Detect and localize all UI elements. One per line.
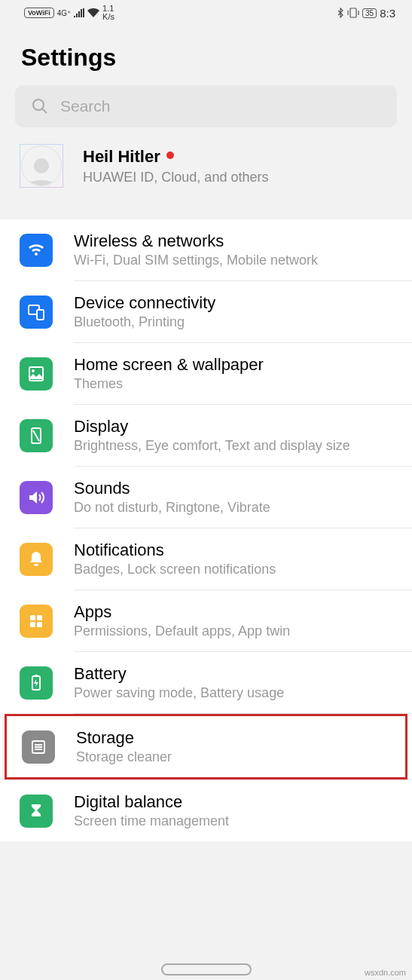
wifi-icon: [20, 234, 53, 267]
storage-icon: [22, 730, 55, 764]
nav-handle[interactable]: [161, 963, 252, 975]
page-header: Settings: [0, 26, 412, 85]
search-bar[interactable]: Search: [15, 85, 397, 127]
display-icon: [20, 419, 53, 452]
person-icon: [25, 155, 58, 185]
item-sub: Screen time management: [74, 813, 403, 829]
item-home-wallpaper[interactable]: Home screen & wallpaperThemes: [0, 343, 412, 404]
account-text: Heil Hitler HUAWEI ID, Cloud, and others: [83, 147, 268, 185]
item-digital-balance[interactable]: Digital balanceScreen time management: [0, 780, 412, 841]
item-title: Display: [74, 417, 403, 436]
search-icon: [32, 98, 48, 115]
svg-rect-10: [30, 615, 35, 620]
item-sub: Power saving mode, Battery usage: [74, 685, 403, 701]
svg-rect-13: [37, 622, 42, 627]
svg-line-2: [42, 109, 47, 113]
page-title: Settings: [21, 44, 391, 72]
item-title: Digital balance: [74, 792, 403, 812]
item-sub: Brightness, Eye comfort, Text and displa…: [74, 438, 403, 454]
item-sounds[interactable]: SoundsDo not disturb, Ringtone, Vibrate: [0, 467, 412, 528]
item-title: Sounds: [74, 479, 403, 498]
item-sub: Permissions, Default apps, App twin: [74, 623, 403, 639]
svg-point-7: [32, 369, 35, 372]
item-sub: Badges, Lock screen notifications: [74, 562, 403, 577]
vibrate-icon: [347, 8, 359, 18]
item-sub: Do not disturb, Ringtone, Vibrate: [74, 500, 403, 516]
svg-point-3: [34, 158, 49, 173]
item-wireless[interactable]: Wireless & networksWi-Fi, Dual SIM setti…: [0, 219, 412, 280]
account-row[interactable]: Heil Hitler HUAWEI ID, Cloud, and others: [0, 127, 412, 207]
wallpaper-icon: [20, 357, 53, 390]
status-right: 35 8:3: [337, 7, 395, 20]
item-sub: Storage cleaner: [76, 749, 396, 765]
svg-rect-5: [37, 310, 44, 320]
svg-line-9: [33, 430, 39, 441]
svg-rect-15: [35, 675, 38, 676]
bell-icon: [20, 543, 53, 576]
bluetooth-icon: [337, 8, 344, 18]
item-sub: Wi-Fi, Dual SIM settings, Mobile network: [74, 253, 403, 268]
status-left: VoWiFi 4G⁺ 1.1 K/s: [24, 5, 114, 21]
item-title: Device connectivity: [74, 293, 403, 313]
avatar: [20, 144, 63, 188]
vowifi-badge: VoWiFi: [24, 8, 54, 18]
svg-rect-11: [37, 615, 42, 620]
item-sub: Bluetooth, Printing: [74, 314, 403, 330]
item-battery[interactable]: BatteryPower saving mode, Battery usage: [0, 652, 412, 713]
item-display[interactable]: DisplayBrightness, Eye comfort, Text and…: [0, 405, 412, 466]
item-storage[interactable]: StorageStorage cleaner: [7, 716, 405, 777]
signal-icon: [74, 8, 84, 17]
item-title: Apps: [74, 602, 403, 622]
account-name: Heil Hitler: [83, 147, 160, 166]
item-title: Notifications: [74, 541, 403, 560]
item-title: Storage: [76, 728, 396, 748]
sound-icon: [20, 481, 53, 514]
item-apps[interactable]: AppsPermissions, Default apps, App twin: [0, 590, 412, 651]
network-4g: 4G⁺: [57, 9, 71, 17]
battery-indicator: 35: [362, 8, 377, 18]
status-bar: VoWiFi 4G⁺ 1.1 K/s 35 8:3: [0, 0, 412, 26]
svg-point-1: [33, 100, 44, 110]
net-speed: 1.1 K/s: [102, 5, 114, 21]
device-icon: [20, 296, 53, 329]
item-title: Home screen & wallpaper: [74, 355, 403, 375]
watermark: wsxdn.com: [365, 968, 406, 977]
settings-list: Wireless & networksWi-Fi, Dual SIM setti…: [0, 219, 412, 841]
account-sub: HUAWEI ID, Cloud, and others: [83, 170, 268, 185]
svg-rect-12: [30, 622, 35, 627]
notification-dot: [166, 152, 174, 159]
wifi-status-icon: [87, 8, 99, 17]
battery-icon: [20, 666, 53, 700]
apps-icon: [20, 605, 53, 638]
search-placeholder: Search: [60, 97, 111, 115]
item-title: Wireless & networks: [74, 231, 403, 251]
hourglass-icon: [20, 795, 53, 828]
item-notifications[interactable]: NotificationsBadges, Lock screen notific…: [0, 528, 412, 590]
item-device-connectivity[interactable]: Device connectivityBluetooth, Printing: [0, 281, 412, 342]
item-sub: Themes: [74, 376, 403, 392]
item-title: Battery: [74, 664, 403, 684]
svg-rect-0: [350, 8, 356, 17]
clock: 8:3: [380, 7, 395, 20]
highlight-box: StorageStorage cleaner: [5, 714, 407, 779]
